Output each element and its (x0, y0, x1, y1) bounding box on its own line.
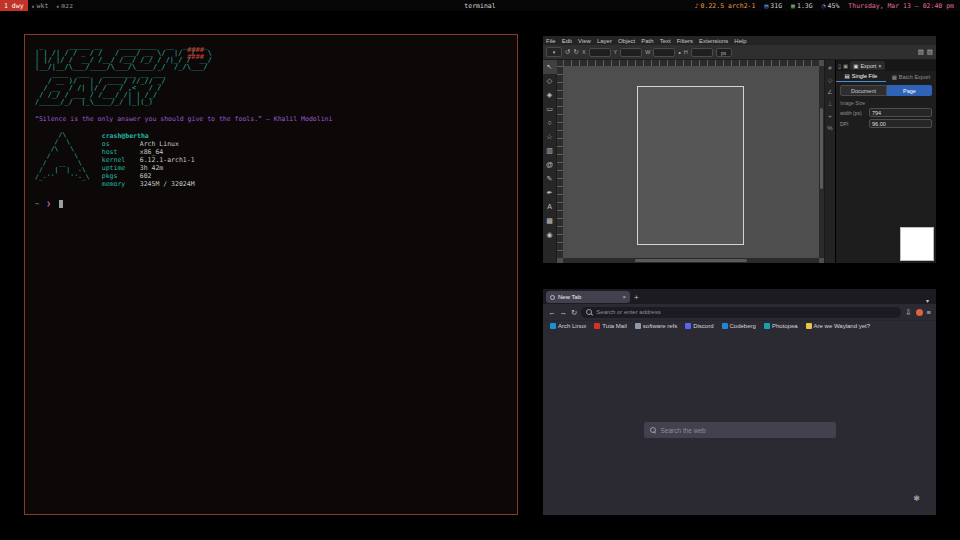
menu-view[interactable]: View (575, 38, 594, 44)
x-field-label: X (582, 49, 586, 55)
export-dialog-tab[interactable]: ▣ Export × (850, 61, 884, 70)
bookmark-folder-software-refs[interactable]: software refs (635, 323, 677, 329)
shell-prompt[interactable]: ~ ❯ (35, 200, 507, 208)
search-icon (586, 309, 593, 316)
list-all-tabs-icon[interactable]: ▾ (926, 297, 933, 304)
browser-tab-new-tab[interactable]: New Tab × (546, 291, 630, 303)
close-icon[interactable]: × (878, 63, 881, 69)
export-page-button[interactable]: Page (887, 85, 932, 96)
web-search-input[interactable] (661, 427, 830, 434)
tag-icon: ▪ (32, 3, 35, 9)
units-dropdown[interactable]: px (716, 48, 732, 57)
layers-icon[interactable]: ▧ (918, 48, 924, 56)
bookmark-are-we-wayland-yet[interactable]: Are we Wayland yet? (806, 323, 870, 329)
terminal-window[interactable]: _ _____ __ _________ __ ______ | | /| / … (24, 34, 518, 515)
tool-gradient-icon[interactable]: ▩ (543, 214, 557, 228)
menu-edit[interactable]: Edit (559, 38, 575, 44)
url-input[interactable] (596, 309, 896, 315)
menu-extensions[interactable]: Extensions (696, 38, 731, 44)
menu-hamburger-icon[interactable]: ≡ (927, 308, 931, 317)
tool-pen-icon[interactable]: ✒ (543, 186, 557, 200)
new-tab-button[interactable]: + (634, 292, 639, 304)
menu-layer[interactable]: Layer (594, 38, 615, 44)
tool-spiral-icon[interactable]: @ (543, 158, 557, 172)
canvas-horizontal-scrollbar[interactable] (563, 258, 819, 263)
browser-window: New Tab × + ▾ ← → ↻ ⇩ ≡ Arch Linux (543, 289, 936, 515)
snap-percent-icon[interactable]: % (825, 122, 836, 134)
profile-avatar[interactable] (916, 309, 923, 316)
bookmark-label: Arch Linux (558, 323, 586, 329)
document-page[interactable] (637, 86, 744, 244)
h-field[interactable] (691, 48, 713, 57)
dialog-icon: ▣ (843, 63, 848, 69)
bookmarks-bar: Arch Linux Tuta Mail software refs Disco… (543, 320, 936, 331)
menu-filters[interactable]: Filters (674, 38, 696, 44)
personalize-gear-icon[interactable]: ✱ (913, 494, 920, 503)
tab-single-file[interactable]: ▤ Single File (836, 71, 886, 82)
lock-ratio-icon[interactable]: • (678, 49, 680, 56)
dpi-input[interactable]: 96.00 (869, 119, 932, 128)
menu-text[interactable]: Text (657, 38, 674, 44)
tool-ellipse-icon[interactable]: ○ (543, 116, 557, 130)
export-mode-tabs: ▤ Single File ▦ Batch Export (836, 71, 936, 82)
y-field[interactable] (620, 48, 642, 57)
snap-perpendicular-icon[interactable]: ⊥ (825, 98, 836, 110)
bookmark-photopea[interactable]: Photopea (764, 323, 798, 329)
bookmark-tuta-mail[interactable]: Tuta Mail (594, 323, 626, 329)
dialog-icon: ▯ (838, 63, 841, 69)
snap-alignment-icon[interactable]: ∠ (825, 86, 836, 98)
tool-node-editor-icon[interactable]: ◇ (543, 74, 557, 88)
width-input[interactable]: 794 (869, 108, 932, 117)
scrollbar-thumb[interactable] (635, 259, 748, 262)
tool-rectangle-icon[interactable]: ▭ (543, 102, 557, 116)
x-field[interactable] (589, 48, 611, 57)
bookmark-discord[interactable]: Discord (685, 323, 713, 329)
selection-mode-dropdown[interactable]: ▾ (546, 47, 562, 57)
tab-close-icon[interactable]: × (622, 294, 626, 300)
tab-batch-export[interactable]: ▦ Batch Export (886, 71, 936, 82)
canvas-vertical-scrollbar[interactable] (819, 66, 824, 258)
cpu-icon: ◔ (822, 2, 826, 10)
fetch-row-host: hostx86_64 (102, 148, 195, 156)
tool-pencil-icon[interactable]: ✎ (543, 172, 557, 186)
snap-intersections-icon[interactable]: + (825, 110, 836, 122)
tool-shape-builder-icon[interactable]: ◈ (543, 88, 557, 102)
undo-icon[interactable]: ↺ (565, 48, 570, 56)
url-bar[interactable] (581, 307, 901, 318)
fetch-row-memory: memory3245M / 32024M (102, 180, 195, 188)
redo-icon[interactable]: ↻ (573, 48, 578, 56)
reload-icon[interactable]: ↻ (571, 308, 577, 317)
back-icon[interactable]: ← (548, 308, 556, 317)
status-clock: Thursday, Mar 13 — 02:40 pm (848, 2, 954, 10)
width-row: width (px) 794 (840, 108, 932, 117)
tool-selector-icon[interactable]: ↖ (543, 60, 557, 74)
menu-help[interactable]: Help (731, 38, 749, 44)
tool-star-icon[interactable]: ☆ (543, 130, 557, 144)
downloads-icon[interactable]: ⇩ (905, 308, 911, 317)
bookmark-codeberg[interactable]: Codeberg (722, 323, 756, 329)
menu-file[interactable]: File (543, 38, 559, 44)
workspace-tag[interactable]: ▪ mzz (52, 2, 77, 10)
inkscape-canvas[interactable] (557, 60, 824, 263)
workspace-tag-active[interactable]: 1 dwy (0, 0, 28, 11)
menu-path[interactable]: Path (638, 38, 656, 44)
favicon (806, 323, 812, 329)
web-search-box[interactable] (644, 422, 836, 438)
menu-object[interactable]: Object (615, 38, 638, 44)
bookmark-arch-linux[interactable]: Arch Linux (550, 323, 586, 329)
scrollbar-thumb[interactable] (820, 108, 823, 189)
snap-bbox-icon[interactable]: # (825, 62, 836, 74)
snap-nodes-icon[interactable]: ◇ (825, 74, 836, 86)
tag-label: mzz (61, 2, 73, 10)
w-field[interactable] (653, 48, 675, 57)
favicon (722, 323, 728, 329)
workspace-tag[interactable]: ▪ wkt (28, 2, 53, 10)
tool-text-icon[interactable]: A (543, 200, 557, 214)
fetch-user-host: crash@bertha (102, 132, 195, 140)
export-document-button[interactable]: Document (840, 85, 887, 96)
display-mode-icon[interactable]: ▨ (927, 48, 933, 56)
tool-dropper-icon[interactable]: ◉ (543, 228, 557, 242)
forward-icon[interactable]: → (560, 308, 568, 317)
status-bar: 1 dwy ▪ wkt ▪ mzz terminal ♪ 0.22.5 arch… (0, 0, 960, 11)
tool-3dbox-icon[interactable]: ▥ (543, 144, 557, 158)
